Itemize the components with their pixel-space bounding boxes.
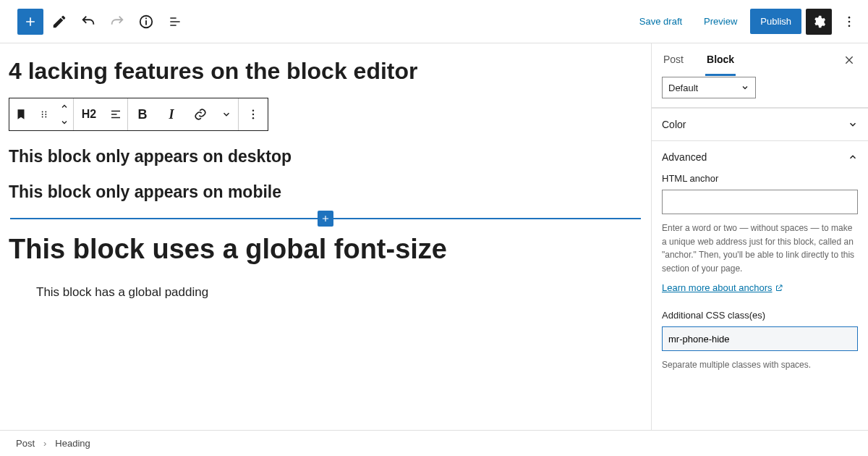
- preview-button[interactable]: Preview: [695, 10, 746, 33]
- settings-button[interactable]: [806, 9, 832, 35]
- outline-button[interactable]: [162, 9, 188, 35]
- align-icon: [109, 108, 122, 121]
- advanced-panel-header[interactable]: Advanced: [652, 140, 868, 173]
- svg-point-12: [252, 110, 254, 111]
- svg-point-10: [42, 117, 43, 118]
- top-right-tools: Save draft Preview Publish: [631, 9, 862, 35]
- bold-button[interactable]: B: [128, 98, 157, 130]
- chevron-up-icon: [60, 102, 69, 111]
- info-icon: [138, 14, 154, 30]
- info-button[interactable]: [133, 9, 159, 35]
- publish-button[interactable]: Publish: [750, 9, 801, 34]
- chevron-down-icon: [848, 119, 858, 130]
- block-more-button[interactable]: [239, 98, 268, 130]
- svg-point-11: [45, 117, 46, 118]
- add-block-button[interactable]: [17, 9, 43, 35]
- list-icon: [168, 14, 182, 29]
- block-inserter-line: [10, 218, 641, 219]
- drag-icon: [39, 109, 49, 119]
- typography-select-row: Default: [652, 77, 868, 108]
- heading-block-fontsize[interactable]: This block uses a global font-size: [9, 234, 642, 265]
- advanced-panel-body: HTML anchor Enter a word or two — withou…: [652, 173, 868, 382]
- css-help-text: Separate multiple classes with spaces.: [662, 358, 858, 372]
- move-buttons: [56, 98, 73, 130]
- align-button[interactable]: [104, 98, 127, 130]
- anchor-help-text: Enter a word or two — without spaces — t…: [662, 221, 858, 275]
- breadcrumb-separator: ›: [43, 438, 46, 449]
- heading-level-button[interactable]: H2: [74, 98, 104, 130]
- css-class-input[interactable]: [662, 326, 858, 351]
- redo-icon: [109, 14, 125, 30]
- anchor-input[interactable]: [662, 190, 858, 214]
- paragraph-block-padding[interactable]: This block has a global padding: [9, 285, 642, 300]
- block-toolbar: H2 B I: [9, 98, 268, 131]
- typography-select[interactable]: Default: [662, 77, 756, 98]
- svg-rect-2: [145, 17, 147, 19]
- color-panel-header[interactable]: Color: [652, 108, 868, 140]
- chevron-up-icon: [848, 152, 858, 162]
- css-label: Additional CSS class(es): [662, 310, 858, 321]
- top-toolbar: Save draft Preview Publish: [0, 0, 868, 43]
- external-link-icon: [775, 284, 783, 292]
- inline-insert-button[interactable]: [318, 211, 333, 227]
- italic-button[interactable]: I: [157, 98, 186, 130]
- svg-point-6: [42, 111, 43, 113]
- svg-rect-1: [145, 20, 147, 25]
- gear-icon: [812, 14, 826, 29]
- anchor-label: HTML anchor: [662, 173, 858, 184]
- close-sidebar-button[interactable]: [841, 51, 858, 69]
- advanced-panel-label: Advanced: [662, 151, 707, 163]
- color-panel-label: Color: [662, 119, 686, 130]
- settings-sidebar: Post Block Default Color Advanced HTML a…: [651, 43, 868, 430]
- breadcrumb: Post › Heading: [0, 430, 868, 456]
- heading-block-desktop[interactable]: This block only appears on desktop: [9, 147, 642, 166]
- link-button[interactable]: [186, 98, 215, 130]
- tab-post[interactable]: Post: [662, 45, 685, 76]
- undo-button[interactable]: [75, 9, 101, 35]
- move-up-button[interactable]: [56, 98, 73, 114]
- plus-icon: [320, 214, 331, 224]
- bookmark-icon: [14, 108, 27, 121]
- save-draft-button[interactable]: Save draft: [631, 10, 691, 33]
- svg-point-4: [848, 20, 851, 22]
- chevron-down-icon: [60, 118, 69, 127]
- svg-point-13: [252, 114, 254, 115]
- select-value: Default: [668, 83, 698, 93]
- sidebar-tabs: Post Block: [652, 43, 868, 77]
- workspace: 4 lacking features on the block editor H…: [0, 43, 868, 430]
- post-title[interactable]: 4 lacking features on the block editor: [9, 58, 642, 85]
- svg-point-3: [848, 16, 851, 18]
- svg-point-8: [42, 114, 43, 115]
- more-vertical-icon: [247, 108, 260, 121]
- svg-point-5: [848, 25, 851, 27]
- editor-canvas[interactable]: 4 lacking features on the block editor H…: [0, 43, 651, 430]
- breadcrumb-root[interactable]: Post: [16, 438, 35, 449]
- pencil-icon: [51, 14, 67, 30]
- more-menu-button[interactable]: [836, 9, 862, 35]
- edit-tool-button[interactable]: [46, 9, 72, 35]
- svg-point-7: [45, 111, 46, 113]
- more-format-button[interactable]: [215, 98, 238, 130]
- svg-point-14: [252, 117, 254, 119]
- more-vertical-icon: [842, 14, 856, 29]
- anchor-learn-link[interactable]: Learn more about anchors: [662, 282, 783, 293]
- heading-block-mobile[interactable]: This block only appears on mobile: [9, 182, 642, 202]
- breadcrumb-current[interactable]: Heading: [55, 438, 90, 449]
- drag-handle[interactable]: [33, 98, 56, 130]
- link-icon: [193, 107, 208, 122]
- anchor-learn-text: Learn more about anchors: [662, 282, 772, 293]
- close-icon: [843, 54, 855, 66]
- chevron-down-icon: [221, 109, 231, 119]
- tab-block[interactable]: Block: [705, 45, 736, 76]
- top-left-tools: [17, 9, 188, 35]
- svg-point-9: [45, 114, 46, 115]
- move-down-button[interactable]: [56, 114, 73, 130]
- undo-icon: [80, 14, 96, 30]
- block-type-button[interactable]: [9, 98, 33, 130]
- redo-button[interactable]: [104, 9, 130, 35]
- plus-icon: [23, 14, 38, 29]
- chevron-down-icon: [741, 83, 749, 92]
